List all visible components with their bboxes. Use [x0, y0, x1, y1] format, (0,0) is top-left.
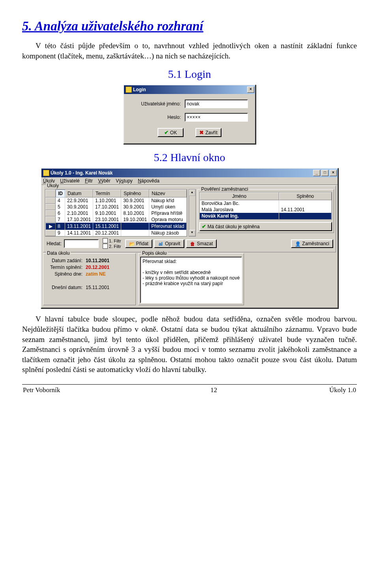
data-zadani-label: Datum zadání: [45, 258, 83, 263]
employees-panel: Pověření zaměstnanci Jméno Splněno Borov… [197, 189, 334, 233]
check-icon: ✔ [202, 224, 206, 229]
password-label: Heslo: [129, 115, 185, 120]
menu-vystupy[interactable]: Výstupy [116, 178, 133, 184]
minimize-icon[interactable]: _ [313, 170, 320, 176]
menu-uzivatele[interactable]: Uživatelé [60, 178, 79, 184]
emp-row[interactable]: Malá Jaroslava14.11.2001 [200, 207, 332, 213]
paragraph-main: V hlavní tabulce bude sloupec, podle něh… [22, 314, 357, 375]
employees-button[interactable]: 👤Zaměstnanci [291, 239, 333, 248]
menubar: Úkoly Uživatelé Filtr Výběr Výstupy Nápo… [41, 177, 338, 185]
scroll-up-icon[interactable]: ▲ [189, 190, 195, 196]
delete-label: Smazat [197, 241, 213, 246]
emp-col-name[interactable]: Jméno [200, 192, 279, 200]
heading-section: 5. Analýza uživatelského rozhraní [22, 19, 357, 34]
table-row[interactable]: 717.10.200123.10.200119.10.2001Oprava mo… [45, 216, 187, 223]
login-window: Login × Uživatelské jméno: Heslo: ✔OK ✖Z… [123, 85, 256, 144]
row-marker: ▶ [45, 223, 56, 230]
search-label: Hledat: [47, 241, 62, 246]
app-icon [126, 86, 132, 93]
data-splneno-value: zatím NE [86, 271, 106, 277]
scroll-down-icon[interactable]: ▼ [189, 230, 195, 236]
tasks-scrollbar[interactable]: ▲ ▼ [189, 189, 196, 237]
tasks-table[interactable]: ID Datum Termín Splněno Název 422.9.2001… [45, 189, 187, 237]
table-row[interactable]: ▶813.11.200115.11.2001Přerovnat sklad [45, 223, 187, 230]
emp-row-current-user[interactable]: Novák Karel Ing. [200, 213, 332, 219]
row-marker [45, 230, 56, 236]
username-label: Uživatelské jméno: [129, 101, 185, 107]
heading-login: 5.1 Login [22, 68, 357, 81]
toolbar: Hledat: 1. Filtr 2. Filtr 📂Přidat aIOpra… [45, 237, 334, 250]
login-titlebar: Login × [124, 85, 255, 94]
footer-author: Petr Voborník [23, 386, 197, 394]
desc-line: - léky s prošlou lhůtou vyhodit a nakoup… [143, 275, 240, 281]
col-id[interactable]: ID [56, 190, 65, 197]
maximize-icon[interactable]: □ [321, 170, 328, 176]
data-termin-label: Termín splnění: [45, 265, 83, 270]
main-window: Úkoly 1.0 - Ing. Karel Novák _ □ × Úkoly… [41, 168, 338, 308]
menu-napoveda[interactable]: Nápověda [138, 178, 159, 184]
employees-label: Zaměstnanci [302, 241, 329, 246]
employees-group: Pověření zaměstnanci Jméno Splněno Borov… [197, 189, 334, 233]
ok-button[interactable]: ✔OK [158, 128, 184, 137]
tasks-group: Úkoly ID Datum Termín Splněno Název 422.… [43, 186, 336, 252]
main-title: Úkoly 1.0 - Ing. Karel Novák [51, 170, 312, 176]
mark-done-button[interactable]: ✔ Má část úkolu je splněna [199, 222, 332, 231]
paragraph-intro: V této části půjde především o to, navrh… [22, 41, 357, 61]
table-row[interactable]: 530.9.200117.10.200130.9.2001Umytí oken [45, 204, 187, 210]
task-desc-group: Popis úkolu Přerovnat sklad: - knížky v … [138, 253, 244, 305]
mark-done-label: Má část úkolu je splněna [208, 224, 260, 229]
task-desc-label: Popis úkolu [141, 250, 168, 256]
table-row[interactable]: 914.11.200120.12.2001Nákup zásob [45, 230, 187, 236]
close-icon[interactable]: × [247, 86, 254, 93]
check-icon: ✔ [164, 130, 169, 135]
search-input[interactable] [64, 239, 99, 248]
page-footer: Petr Voborník 12 Úkoly 1.0 [22, 384, 357, 395]
add-button[interactable]: 📂Přidat [125, 239, 152, 248]
username-input[interactable] [185, 100, 248, 108]
row-marker [45, 216, 56, 223]
task-desc-text: Přerovnat sklad: - knížky v něm setřídit… [140, 257, 242, 303]
data-zadani-value: 10.11.2001 [86, 258, 109, 263]
row-marker [45, 210, 56, 216]
folder-plus-icon: 📂 [129, 241, 135, 246]
desc-line: - knížky v něm setřídit abecedně [143, 270, 240, 275]
col-datum[interactable]: Datum [65, 190, 93, 197]
password-input[interactable] [185, 113, 248, 122]
trash-icon: 🗑 [190, 241, 195, 246]
edit-icon: aI [158, 241, 163, 246]
employees-table[interactable]: Jméno Splněno Borovička Jan Bc. Malá Jar… [199, 192, 332, 220]
x-icon: ✖ [199, 130, 204, 135]
ok-label: OK [170, 130, 177, 135]
data-dnes-value: 15.11.2001 [86, 285, 109, 290]
col-termin[interactable]: Termín [93, 190, 121, 197]
checkbox-icon [103, 244, 108, 249]
tasks-table-wrap: ID Datum Termín Splněno Název 422.9.2001… [45, 189, 187, 237]
filter2-checkbox[interactable]: 2. Filtr [103, 244, 121, 249]
emp-row[interactable]: Borovička Jan Bc. [200, 200, 332, 207]
row-marker [45, 197, 56, 204]
footer-project: Úkoly 1.0 [230, 386, 356, 394]
task-data-label: Data úkolu [46, 250, 71, 256]
desc-title: Přerovnat sklad: [143, 259, 240, 264]
login-title: Login [133, 87, 246, 92]
data-dnes-label: Dnešní datum: [45, 285, 83, 290]
main-titlebar: Úkoly 1.0 - Ing. Karel Novák _ □ × [41, 169, 338, 177]
menu-vyber[interactable]: Výběr [98, 178, 110, 184]
close-button[interactable]: ✖Zavřít [195, 128, 221, 137]
close-icon[interactable]: × [330, 170, 337, 176]
data-termin-value: 20.12.2001 [86, 265, 109, 270]
table-row[interactable]: 62.10.20019.10.20018.10.2001Příprava hří… [45, 210, 187, 216]
task-data-group: Data úkolu Datum zadání:10.11.2001 Termí… [43, 253, 136, 305]
heading-main-window: 5.2 Hlavní okno [22, 151, 357, 164]
table-row[interactable]: 422.9.20011.10.200130.9.2001Nákup kříd [45, 197, 187, 204]
desc-line: - prázdné krabice využít na starý papír [143, 281, 240, 286]
app-icon [43, 170, 49, 176]
menu-filtr[interactable]: Filtr [85, 178, 93, 184]
filter1-checkbox[interactable]: 1. Filtr [103, 238, 121, 243]
col-splneno[interactable]: Splněno [121, 190, 149, 197]
delete-button[interactable]: 🗑Smazat [186, 239, 217, 248]
edit-button[interactable]: aIOpravit [154, 239, 184, 248]
col-nazev[interactable]: Název [149, 190, 186, 197]
employees-group-label: Pověření zaměstnanci [200, 186, 250, 192]
emp-col-done[interactable]: Splněno [279, 192, 332, 200]
